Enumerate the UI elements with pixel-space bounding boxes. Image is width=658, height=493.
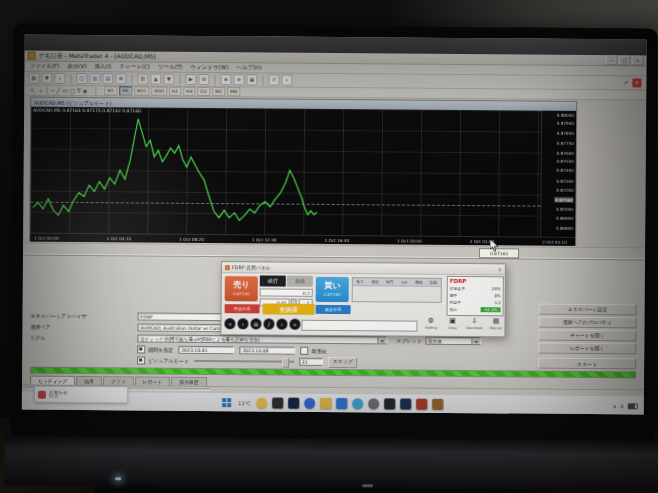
start-button-windows[interactable] — [222, 398, 232, 408]
timeframe-d1[interactable]: D1 — [198, 87, 210, 96]
visual-speed-slider[interactable] — [194, 357, 294, 366]
tester-side-button[interactable]: チャートを開く — [538, 330, 636, 342]
tester-side-button[interactable]: レポートを開く — [538, 343, 636, 355]
spread-dropdown[interactable]: 現在値 — [425, 337, 481, 345]
red-app-icon[interactable] — [416, 399, 427, 410]
panel-nav-button[interactable]: ≡ — [250, 318, 261, 329]
tile-windows-icon[interactable]: ▣ — [246, 74, 257, 85]
profiles-icon[interactable]: ＋ — [54, 73, 65, 84]
chart-list-icon[interactable]: ▼ — [41, 73, 52, 84]
timeframe-m1[interactable]: M1 — [104, 86, 117, 95]
chart-plot-area[interactable]: AUDCAD,M5 0.87163 0.87175 0.87142 0.8716… — [30, 107, 541, 237]
file-explorer-icon[interactable] — [320, 398, 331, 409]
visual-mode-checkbox[interactable] — [137, 356, 145, 364]
panel-nav-button[interactable]: ∕ — [263, 318, 274, 329]
timeframe-h1[interactable]: H1 — [169, 87, 181, 96]
fibo-tool-icon[interactable]: ◈ — [83, 86, 88, 95]
dark-app-icon[interactable] — [384, 398, 395, 409]
new-chart-icon[interactable]: ▦ — [28, 73, 39, 84]
trendline-tool-icon[interactable]: ╱ — [57, 86, 61, 95]
close-button[interactable]: × — [632, 55, 644, 65]
timeframe-m5[interactable]: M5 — [119, 86, 132, 95]
crosshair-tool-icon[interactable]: ＋ — [37, 86, 43, 95]
text-tool-icon[interactable]: T — [77, 86, 81, 95]
close-all-button[interactable]: 全決済 — [263, 303, 315, 314]
new-order-icon[interactable]: 新 — [137, 73, 148, 84]
menu-item[interactable]: ファイル(F) — [29, 63, 59, 70]
menu-item[interactable]: チャート(C) — [119, 63, 150, 70]
menu-item[interactable]: ヘルプ(H) — [236, 64, 261, 71]
book-app-icon[interactable] — [432, 399, 443, 410]
tray-icon[interactable]: A — [620, 403, 623, 409]
close-all-buy-button[interactable]: 買全決済 — [316, 305, 351, 314]
ellipse-tool-icon[interactable]: ○ — [70, 86, 75, 95]
menu-item[interactable]: 表示(V) — [67, 63, 86, 70]
market-order-button[interactable]: 成行 — [260, 275, 286, 286]
vline-tool-icon[interactable]: ┊ — [45, 86, 49, 95]
notification-toast[interactable]: お知らせ NEW — [34, 386, 128, 404]
skip-count-field[interactable]: 31 — [299, 358, 323, 366]
timeframe-m30[interactable]: M30 — [151, 87, 167, 96]
panel-nav-button[interactable]: › — [276, 319, 287, 330]
menu-item[interactable]: 挿入(I) — [95, 63, 112, 70]
add-indicator-icon[interactable]: ＋ — [281, 75, 292, 86]
mt4-taskbar-icon[interactable] — [288, 398, 299, 409]
comment-input[interactable] — [301, 320, 417, 332]
browser-icon[interactable] — [352, 398, 363, 409]
settings-icon[interactable] — [368, 398, 379, 409]
market-watch-icon[interactable]: ◫ — [76, 73, 87, 84]
navy-app-icon[interactable] — [400, 399, 411, 410]
edge-icon[interactable] — [304, 398, 315, 409]
date-to-field[interactable]: 2023.10.08 — [239, 346, 295, 354]
close-all-sell-button[interactable]: 売全決済 — [225, 304, 260, 313]
cursor-tool-icon[interactable]: ↖ — [30, 86, 35, 95]
dropdown-arrow-icon[interactable] — [471, 338, 480, 344]
optimize-checkbox[interactable] — [300, 347, 308, 355]
tester-side-button[interactable]: エキスパート設定 — [539, 304, 637, 316]
refresh-icon[interactable]: ↺ — [268, 74, 279, 85]
dropdown-arrow-icon[interactable] — [377, 337, 386, 343]
panel-nav-button[interactable]: « — [224, 318, 235, 329]
terminal-icon[interactable] — [272, 398, 283, 409]
menu-item[interactable]: ツール(T) — [158, 64, 182, 71]
panel-tool-button[interactable]: ⇩Download — [465, 317, 484, 330]
buy-button[interactable]: 買い 0.87160 — [316, 277, 349, 302]
menu-item[interactable]: ウィンドウ(W) — [190, 64, 228, 71]
minimize-button[interactable]: ─ — [606, 55, 618, 65]
timeframe-h4[interactable]: H4 — [183, 87, 195, 96]
panel-tool-button[interactable]: ⚙Setting — [421, 317, 440, 330]
panel-tool-button[interactable]: ▤Manual — [486, 317, 505, 330]
navigator-icon[interactable]: ▤ — [102, 73, 113, 84]
date-from-field[interactable]: 2023.10.01 — [178, 346, 234, 354]
timeframe-m15[interactable]: M15 — [134, 86, 150, 95]
annotate-icon[interactable]: ↗ — [622, 79, 628, 87]
zoom-in-icon[interactable]: ⊕ — [220, 74, 231, 85]
zoom-out-icon[interactable]: ⊖ — [233, 74, 244, 85]
chart-window[interactable]: AUDCAD,M5 (ビジュアルモード) AUDCAD,M5 0.87163 0… — [29, 97, 577, 246]
tray-icon[interactable]: ∧ — [613, 403, 617, 409]
sell-arrow-icon[interactable]: ▼ — [163, 74, 174, 85]
amount-field[interactable]: 0.2 — [260, 288, 313, 296]
hline-tool-icon[interactable]: ─ — [51, 86, 55, 95]
buy-arrow-icon[interactable]: ▲ — [150, 74, 161, 85]
weather-icon[interactable] — [256, 397, 267, 408]
panel-nav-button[interactable]: ‹ — [237, 318, 248, 329]
timeframe-w1[interactable]: W1 — [212, 87, 225, 96]
limit-order-button[interactable]: 指値 — [287, 276, 313, 287]
data-window-icon[interactable]: ▥ — [89, 73, 100, 84]
sell-button[interactable]: 売り 0.87140 — [225, 276, 258, 301]
blue-app-icon[interactable] — [336, 398, 347, 409]
rectangle-tool-icon[interactable]: ▭ — [62, 86, 68, 95]
daterange-checkbox[interactable] — [137, 345, 145, 353]
toolbar-close-icon[interactable]: × — [632, 78, 641, 87]
strategy-tester-icon[interactable]: ⚙ — [198, 74, 209, 85]
weather-widget[interactable]: 11°C — [238, 400, 250, 406]
panel-tool-button[interactable]: ▣Copy — [443, 317, 462, 330]
tester-side-button[interactable]: 通貨ペアのプロパティ — [538, 317, 636, 329]
slider-thumb[interactable] — [282, 358, 289, 368]
trade-panel-close-icon[interactable]: × — [498, 266, 502, 272]
timeframe-mn[interactable]: MN — [227, 87, 240, 96]
terminal-icon[interactable]: ⊞ — [115, 73, 126, 84]
panel-nav-button[interactable]: » — [289, 319, 300, 330]
trade-panel-window[interactable]: FDRP 売買パネル × 売り 0.87140 成行 指値 0.2 0.01 — [220, 261, 506, 337]
